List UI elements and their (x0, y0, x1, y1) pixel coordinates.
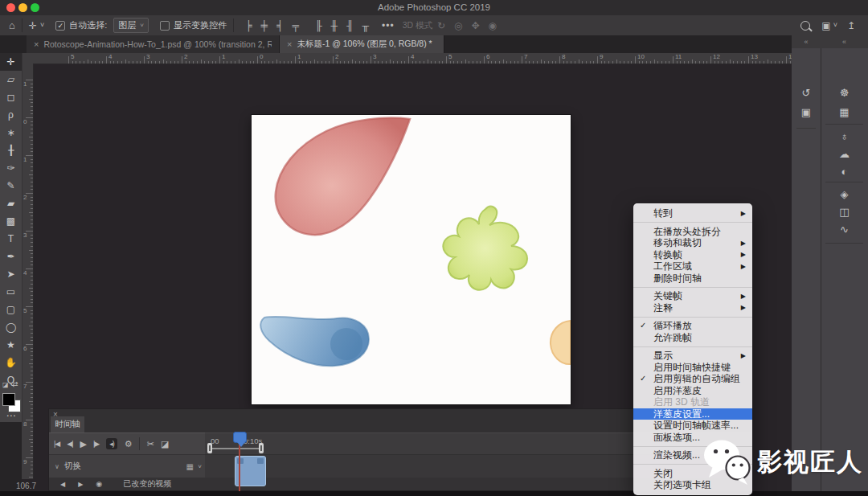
channels-panel-icon[interactable]: ◫ (821, 206, 868, 218)
menu-item[interactable]: 工作区域▶ (633, 260, 752, 273)
distribute-right-icon[interactable]: ╢ (346, 21, 354, 31)
ruler-tick (31, 121, 33, 122)
ruler-tick (450, 61, 451, 64)
document-tab[interactable]: ×未标题-1 @ 106% (图层 0, RGB/8) * (280, 35, 444, 53)
lasso-tool[interactable]: ρ (0, 106, 22, 124)
collapse-panels-icon[interactable]: « (821, 35, 868, 48)
work-area-bar[interactable] (209, 448, 262, 449)
canvas[interactable] (252, 115, 571, 404)
zoom-out-frames-icon[interactable]: ◀ (60, 481, 65, 488)
rectangle-tool[interactable]: ▭ (0, 283, 22, 301)
path-selection-tool[interactable]: ➤ (0, 265, 22, 283)
menu-item[interactable]: 在播放头处拆分 (633, 226, 752, 238)
align-right-edges-icon[interactable]: ╡ (276, 21, 284, 31)
paths-panel-icon[interactable]: ∿ (821, 223, 868, 236)
crop-tool[interactable]: ╂ (0, 141, 22, 159)
clone-source-panel-icon[interactable]: ▣ (792, 106, 821, 118)
auto-select-target-dropdown[interactable]: 图层 ˅ (113, 18, 149, 33)
transition-button[interactable]: ◪ (161, 439, 168, 449)
playhead[interactable] (233, 432, 247, 443)
ruler-number: 2 (23, 195, 27, 201)
menu-item[interactable]: 注释▶ (633, 302, 752, 314)
distribute-left-icon[interactable]: ╟ (315, 21, 322, 31)
menu-item[interactable]: 允许跳帧 (633, 332, 752, 344)
work-area-end-handle[interactable] (259, 443, 264, 453)
zoom-level-status[interactable]: 106.7 (16, 482, 36, 490)
menu-item[interactable]: 转到▶ (633, 207, 752, 219)
mute-audio-button[interactable]: ◂) (106, 438, 117, 449)
marquee-tool[interactable]: ◻ (0, 88, 22, 106)
tab-close-icon[interactable]: × (287, 39, 292, 49)
ruler-tick (371, 56, 371, 64)
menu-item[interactable]: 转换帧▶ (633, 249, 752, 261)
adjustments-panel-icon[interactable]: ◐ (821, 166, 868, 178)
move-tool[interactable]: ✛ (0, 53, 22, 71)
show-transform-checkbox[interactable] (160, 21, 170, 31)
gradient-tool[interactable]: ▩ (0, 212, 22, 230)
ruler-tick (404, 61, 405, 64)
timeline-panel-tab[interactable]: 时间轴 (51, 416, 84, 432)
previous-frame-button[interactable]: ◀| (67, 440, 72, 448)
menu-item[interactable]: 删除时间轴 (633, 273, 752, 285)
eraser-tool[interactable]: ▰ (0, 195, 22, 212)
foreground-color-swatch[interactable] (2, 393, 15, 406)
learn-panel-icon[interactable]: ♁ (821, 130, 868, 142)
document-tab[interactable]: ×Rotoscope-Animation-How-To_1.psd @ 100%… (27, 35, 280, 53)
quick-selection-tool[interactable]: ∗ (0, 124, 22, 141)
rounded-rectangle-tool[interactable]: ▢ (0, 301, 22, 318)
ruler-tick (26, 344, 33, 345)
tab-close-icon[interactable]: × (34, 39, 39, 49)
split-at-playhead-button[interactable]: ✂ (147, 439, 154, 449)
layers-panel-icon[interactable]: ◈ (821, 188, 868, 200)
menu-item[interactable]: 显示▶ (633, 350, 752, 362)
ruler-tick (31, 208, 33, 209)
artboard-tool[interactable]: ▱ (0, 71, 22, 88)
search-icon[interactable] (800, 21, 810, 31)
ellipse-tool[interactable]: ◯ (0, 318, 22, 336)
next-frame-button[interactable]: |▶ (93, 440, 99, 448)
swatches-panel-icon[interactable]: ▦ (821, 106, 868, 118)
brush-tool[interactable]: ✎ (0, 177, 22, 195)
menu-item[interactable]: 关键帧▶ (633, 290, 752, 302)
share-icon[interactable]: ↥ (847, 21, 855, 31)
zoom-in-frames-icon[interactable]: ▶ (78, 481, 83, 488)
custom-shape-tool[interactable]: ★ (0, 336, 22, 354)
distribute-vertical-icon[interactable]: ╥ (362, 21, 370, 31)
libraries-panel-icon[interactable]: ☁ (821, 148, 868, 160)
workspace-icon[interactable]: ▣ (821, 21, 830, 31)
filmstrip-icon[interactable]: ▦ (186, 462, 194, 471)
history-panel-icon[interactable]: ↺ (792, 87, 821, 99)
ruler-tick (559, 56, 560, 64)
align-horizontal-centers-icon[interactable]: ╪ (260, 21, 268, 31)
collapse-panels-icon[interactable]: « (792, 35, 821, 48)
color-panel-icon[interactable]: ☸ (821, 87, 868, 99)
align-top-edges-icon[interactable]: ╤ (292, 21, 299, 31)
hand-tool[interactable]: ✋ (0, 354, 22, 371)
submenu-arrow-icon: ▶ (741, 261, 746, 273)
eyedropper-tool[interactable]: ✑ (0, 159, 22, 177)
timeline-settings-gear-button[interactable]: ⚙ (125, 439, 132, 449)
menu-item[interactable]: ✓启用剪辑的自动编组 (633, 373, 752, 385)
distribute-horizontal-centers-icon[interactable]: ╫ (331, 21, 338, 31)
play-button[interactable]: ▶ (80, 439, 86, 449)
auto-select-checkbox[interactable]: ✓ (55, 21, 65, 31)
menu-item[interactable]: 洋葱皮设置... (633, 408, 752, 420)
go-to-first-frame-button[interactable]: |◀ (54, 440, 59, 448)
menu-item[interactable]: 设置时间轴帧速率... (633, 420, 752, 432)
move-tool-icon[interactable]: ✛ (29, 21, 37, 31)
menu-item[interactable]: ✓循环播放 (633, 320, 752, 332)
pen-tool[interactable]: ✒ (0, 248, 22, 265)
collapse-track-icon[interactable]: ∨ (55, 463, 59, 470)
menu-item[interactable]: 启用时间轴快捷键 (633, 362, 752, 374)
more-options-icon[interactable]: ••• (382, 21, 395, 31)
menu-item[interactable]: 启用洋葱皮 (633, 385, 752, 397)
swap-colors-icon[interactable]: ⇄ (12, 380, 18, 388)
eye-icon[interactable]: ◉ (96, 480, 102, 488)
home-icon[interactable]: ⌂ (9, 20, 15, 31)
default-colors-icon[interactable]: ◪ (2, 381, 9, 388)
menu-item[interactable]: 移动和裁切▶ (633, 237, 752, 249)
ruler-tick (268, 61, 269, 64)
align-left-edges-icon[interactable]: ╞ (245, 21, 252, 31)
work-area-start-handle[interactable] (207, 443, 212, 453)
type-tool[interactable]: T (0, 230, 22, 248)
